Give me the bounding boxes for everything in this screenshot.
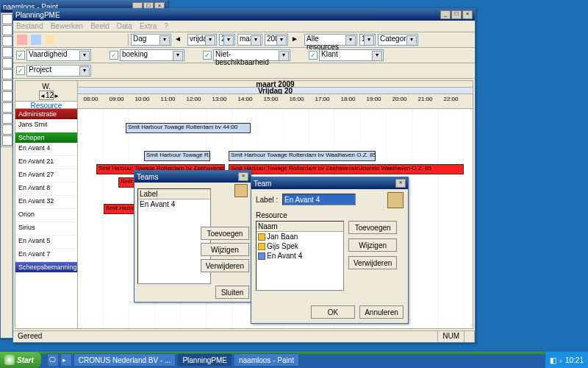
view-combo[interactable]: Dag: [131, 34, 171, 46]
date-day[interactable]: 20: [219, 34, 235, 46]
toolbar-icon[interactable]: [72, 34, 84, 46]
resource-row[interactable]: En Avant 21: [15, 156, 77, 169]
menu-item[interactable]: Data: [117, 22, 132, 30]
toolbar-icon[interactable]: [114, 34, 126, 46]
main-menubar: Bestand Bewerken Beeld Data Extra ?: [13, 21, 475, 32]
team-cancel-button[interactable]: Annuleren: [359, 305, 404, 319]
quicklaunch-icon[interactable]: ▸: [60, 353, 72, 367]
menu-item[interactable]: Bewerken: [51, 22, 83, 30]
team-edit-button[interactable]: Wijzigen: [348, 238, 397, 252]
checkbox[interactable]: ✓: [203, 51, 212, 60]
resource-filter-combo[interactable]: Alle resources: [304, 34, 357, 46]
resource-header: W. ◄12►: [15, 81, 77, 102]
team-ok-button[interactable]: OK: [311, 305, 355, 319]
tray-clock: 10:21: [565, 356, 584, 364]
group-admin[interactable]: Administratie: [15, 109, 77, 119]
team-label-input[interactable]: [282, 194, 356, 205]
resource-row[interactable]: En Avant 27: [15, 169, 77, 183]
date-dow[interactable]: vrijdag: [187, 34, 217, 46]
paint-tool-icon[interactable]: [2, 135, 12, 146]
paint-tool-icon[interactable]: [2, 91, 12, 102]
teams-titlebar[interactable]: Teams ×: [135, 171, 251, 183]
team-titlebar[interactable]: Team ×: [251, 177, 408, 189]
toolbar-icon[interactable]: [86, 34, 98, 46]
teams-add-button[interactable]: Toevoegen: [201, 227, 249, 240]
date-year[interactable]: 2009: [265, 34, 288, 46]
appointment[interactable]: Smit Harbour Towage Rotterdam bv 44:00: [126, 123, 251, 133]
appointment[interactable]: Smit Harbour Towage Rotterdam bv Waalhav…: [229, 151, 376, 161]
resource-row[interactable]: En Avant 8: [15, 183, 77, 196]
paint-tool-icon[interactable]: [2, 47, 12, 57]
taskbar-item[interactable]: naamloos - Paint: [234, 353, 299, 367]
menu-item[interactable]: ?: [164, 22, 168, 30]
checkbox[interactable]: ✓: [309, 51, 318, 60]
toolbar-icon[interactable]: [100, 34, 112, 46]
paint-tool-icon[interactable]: [2, 80, 12, 91]
checkbox[interactable]: ✓: [16, 51, 25, 60]
menu-item[interactable]: Extra: [140, 22, 157, 30]
toolbar-icon[interactable]: [58, 34, 70, 46]
appointment[interactable]: Smit Harbour Towage Rotterdam bv Zeehave…: [229, 164, 464, 174]
list-item[interactable]: En Avant 4: [257, 251, 343, 261]
filter-project[interactable]: Project: [26, 65, 91, 77]
tray-icon[interactable]: ⬨: [559, 356, 563, 364]
taskbar-item[interactable]: CRONUS Nederland BV - ...: [74, 353, 176, 367]
toolbar-icon[interactable]: [16, 34, 28, 46]
filter-vaardigheid[interactable]: Vaardigheid: [26, 49, 91, 61]
maximize-button[interactable]: □: [451, 10, 462, 19]
resource-row[interactable]: Orion: [15, 209, 77, 222]
group-bemanning[interactable]: Scheepsbemanning: [15, 262, 77, 272]
tray-icon[interactable]: ◧: [550, 356, 556, 364]
menu-item[interactable]: Beeld: [90, 22, 110, 30]
main-titlebar[interactable]: PlanningPME _ □ ×: [13, 9, 475, 21]
filter-klant[interactable]: Klant: [319, 49, 384, 61]
resource-row[interactable]: Sirius: [15, 222, 77, 236]
appointment[interactable]: Smit Harbour Towage R2: [144, 151, 210, 161]
date-month[interactable]: maart: [237, 34, 262, 46]
paint-tool-icon[interactable]: [2, 25, 12, 35]
paint-tool-icon[interactable]: [2, 36, 12, 46]
list-item[interactable]: En Avant 4: [138, 199, 210, 209]
taskbar-item[interactable]: PlanningPME: [177, 353, 232, 367]
system-tray[interactable]: ◧ ⬨ 10:21: [545, 352, 588, 368]
toolbar-icon[interactable]: [30, 34, 42, 46]
teams-delete-button[interactable]: Verwijderen: [201, 259, 249, 272]
resource-row[interactable]: En Avant 32: [15, 196, 77, 209]
paint-tool-icon[interactable]: [2, 124, 12, 135]
menu-item[interactable]: Bestand: [16, 22, 43, 30]
resource-row[interactable]: En Avant 5: [15, 236, 77, 249]
paint-tool-icon[interactable]: [2, 58, 12, 68]
close-button[interactable]: ×: [238, 172, 248, 181]
list-item[interactable]: Jan Baan: [257, 232, 343, 241]
group-schepen[interactable]: Schepen: [15, 132, 77, 143]
num-combo[interactable]: 14: [359, 34, 376, 46]
checkbox[interactable]: ✓: [16, 66, 25, 75]
close-button[interactable]: ×: [395, 179, 406, 188]
teams-edit-button[interactable]: Wijzigen: [201, 243, 249, 256]
resource-row[interactable]: En Avant 7: [15, 249, 77, 262]
status-text: Gereed: [13, 331, 438, 342]
list-item[interactable]: Gijs Spek: [257, 241, 343, 251]
prev-arrow-icon[interactable]: ◄: [173, 34, 185, 46]
paint-tool-icon[interactable]: [2, 14, 12, 24]
filter-boeking[interactable]: boeking: [120, 49, 184, 61]
resource-row[interactable]: Jans Smit: [15, 119, 77, 132]
quicklaunch-icon[interactable]: 🖵: [47, 353, 59, 367]
filter-nietbesch[interactable]: Niet-beschikbaarheid: [213, 49, 290, 61]
close-button[interactable]: ×: [462, 10, 473, 19]
checkbox[interactable]: ✓: [110, 51, 118, 60]
team-add-button[interactable]: Toevoegen: [348, 221, 397, 234]
category-combo[interactable]: Categorie: [378, 34, 418, 46]
start-button[interactable]: Start: [0, 352, 41, 368]
paint-tool-icon[interactable]: [2, 69, 12, 79]
toolbar-icon[interactable]: [44, 34, 56, 46]
teams-close-button[interactable]: Sluiten: [215, 286, 249, 299]
team-delete-button[interactable]: Verwijderen: [348, 256, 397, 269]
next-arrow-icon[interactable]: ►: [290, 34, 302, 46]
paint-tool-icon[interactable]: [2, 102, 12, 113]
resource-row[interactable]: En Avant 4: [15, 143, 77, 156]
paint-tool-icon[interactable]: [2, 113, 12, 124]
team-resource-label: Resource: [256, 211, 404, 219]
minimize-button[interactable]: _: [440, 10, 451, 19]
team-resource-list[interactable]: Naam Jan Baan Gijs Spek En Avant 4: [256, 221, 344, 291]
